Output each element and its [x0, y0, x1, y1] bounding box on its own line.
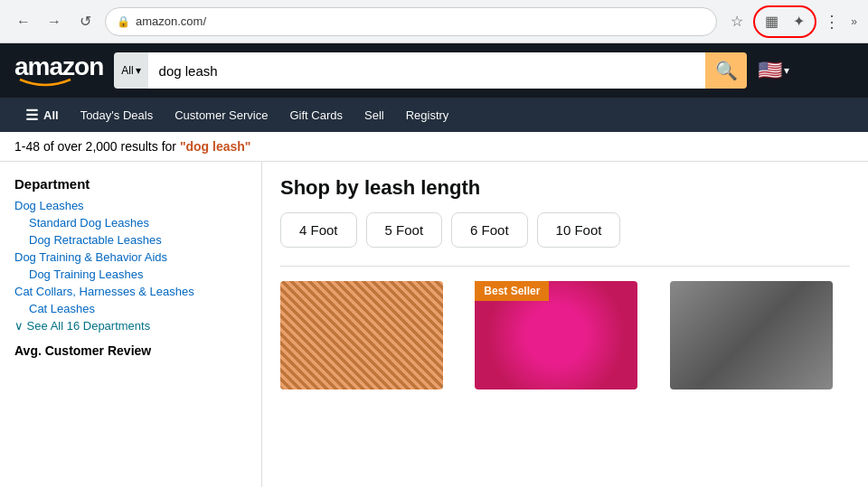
product-card-3[interactable] [670, 281, 850, 389]
leash-6-foot-button[interactable]: 6 Foot [451, 212, 528, 248]
forward-button[interactable]: → [42, 9, 67, 34]
sidebar-dog-training[interactable]: Dog Training & Behavior Aids [14, 250, 247, 264]
product-row: Best Seller [280, 281, 850, 389]
product-card-1[interactable] [280, 281, 460, 389]
product-card-2[interactable]: Best Seller [475, 281, 655, 389]
search-button[interactable]: 🔍 [705, 52, 747, 89]
chevron-down-icon: ▾ [136, 64, 141, 77]
search-input[interactable] [148, 52, 706, 89]
nav-sell[interactable]: Sell [354, 98, 395, 132]
sidebar-standard-dog-leashes[interactable]: Standard Dog Leashes [14, 216, 247, 230]
results-summary: 1-48 of over 2,000 results for [14, 139, 180, 154]
leash-4-foot-button[interactable]: 4 Foot [280, 212, 357, 248]
shop-by-title: Shop by leash length [280, 176, 850, 200]
nav-registry[interactable]: Registry [395, 98, 460, 132]
main-content: Department Dog Leashes Standard Dog Leas… [0, 162, 868, 487]
browser-nav-buttons: ← → ↺ [11, 9, 98, 34]
nav-gift-cards-label: Gift Cards [289, 108, 343, 122]
divider [280, 266, 850, 267]
results-query: "dog leash" [180, 139, 251, 154]
logo-smile [18, 78, 72, 89]
reload-button[interactable]: ↺ [72, 9, 98, 34]
nav-sell-label: Sell [364, 108, 384, 122]
lock-icon: 🔒 [117, 15, 130, 28]
extension-grid-button[interactable]: ▦ [759, 9, 784, 34]
nav-all-label: All [43, 108, 59, 122]
extension-puzzle-button[interactable]: ✦ [786, 9, 811, 34]
browser-actions: ☆ ▦ ✦ ⋮ » [724, 5, 857, 38]
sidebar: Department Dog Leashes Standard Dog Leas… [0, 162, 262, 487]
sidebar-cat-collars[interactable]: Cat Collars, Harnesses & Leashes [14, 285, 247, 298]
hamburger-icon: ☰ [25, 107, 38, 124]
extensions-group: ▦ ✦ [753, 5, 816, 38]
search-category-label: All [121, 64, 133, 77]
nav-registry-label: Registry [406, 108, 449, 122]
search-icon: 🔍 [715, 60, 738, 81]
leash-5-foot-button[interactable]: 5 Foot [366, 212, 443, 248]
sidebar-dog-retractable-leashes[interactable]: Dog Retractable Leashes [14, 233, 247, 247]
avg-review-title: Avg. Customer Review [14, 343, 247, 358]
sidebar-dog-leashes[interactable]: Dog Leashes [14, 199, 247, 212]
leash-length-options: 4 Foot 5 Foot 6 Foot 10 Foot [280, 212, 850, 248]
country-chevron: ▾ [784, 64, 789, 77]
nav-customer-service-label: Customer Service [175, 108, 268, 122]
amazon-logo[interactable]: amazon [14, 52, 103, 89]
search-category-dropdown[interactable]: All ▾ [114, 52, 147, 89]
flag-icon: 🇺🇸 [758, 59, 782, 82]
sidebar-cat-leashes[interactable]: Cat Leashes [14, 302, 247, 315]
product-image-1 [280, 281, 443, 389]
back-button[interactable]: ← [11, 9, 36, 34]
nav-todays-deals-label: Today's Deals [80, 108, 154, 122]
url-text: amazon.com/ [136, 14, 705, 28]
best-seller-badge: Best Seller [475, 281, 549, 301]
browser-menu-button[interactable]: ⋮ [820, 8, 844, 35]
nav-bar: ☰ All Today's Deals Customer Service Gif… [0, 98, 868, 132]
department-title: Department [14, 176, 247, 192]
nav-customer-service[interactable]: Customer Service [164, 98, 278, 132]
browser-chrome: ← → ↺ 🔒 amazon.com/ ☆ ▦ ✦ ⋮ » [0, 0, 868, 43]
product-area: Shop by leash length 4 Foot 5 Foot 6 Foo… [262, 162, 868, 487]
double-chevron-icon: » [851, 15, 857, 28]
sidebar-see-all[interactable]: ∨ See All 16 Departments [14, 319, 247, 333]
product-image-3 [670, 281, 833, 389]
results-bar: 1-48 of over 2,000 results for "dog leas… [0, 132, 868, 162]
sidebar-dog-training-leashes[interactable]: Dog Training Leashes [14, 267, 247, 281]
nav-all-button[interactable]: ☰ All [14, 98, 70, 132]
address-bar[interactable]: 🔒 amazon.com/ [105, 7, 717, 36]
search-container: All ▾ 🔍 [114, 52, 747, 89]
bookmark-star-button[interactable]: ☆ [724, 9, 750, 34]
country-selector[interactable]: 🇺🇸 ▾ [758, 59, 789, 82]
leash-10-foot-button[interactable]: 10 Foot [537, 212, 621, 248]
nav-gift-cards[interactable]: Gift Cards [278, 98, 354, 132]
nav-todays-deals[interactable]: Today's Deals [70, 98, 165, 132]
amazon-header: amazon All ▾ 🔍 🇺🇸 ▾ [0, 43, 868, 98]
